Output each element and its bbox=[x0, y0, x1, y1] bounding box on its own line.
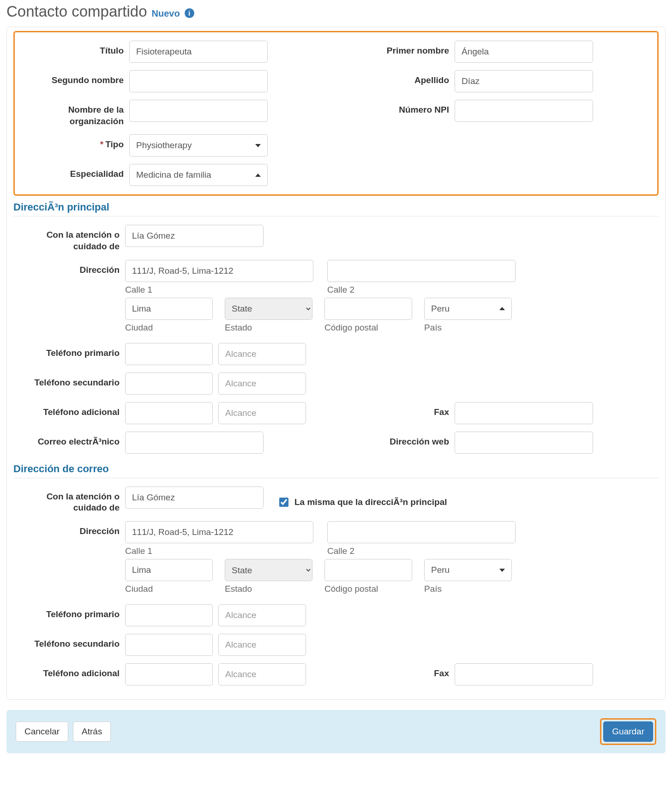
ciudad-input-p[interactable] bbox=[125, 298, 213, 320]
tel2-input-p[interactable] bbox=[125, 372, 213, 395]
alc2-input-c[interactable] bbox=[218, 634, 306, 656]
sublabel-cp-c: Código postal bbox=[324, 584, 412, 594]
alc3-input-c[interactable] bbox=[218, 663, 306, 685]
back-button[interactable]: Atrás bbox=[73, 721, 111, 742]
sublabel-calle2-c: Calle 2 bbox=[327, 546, 516, 556]
sublabel-ciudad-p: Ciudad bbox=[125, 323, 213, 333]
sublabel-calle1-p: Calle 1 bbox=[125, 285, 313, 295]
form-panel: Título Primer nombre Segundo nombre Apel… bbox=[6, 27, 666, 700]
segundo-nombre-input[interactable] bbox=[129, 70, 268, 92]
chevron-down-icon bbox=[499, 569, 505, 572]
care-of-input-c[interactable] bbox=[125, 487, 264, 509]
especialidad-dropdown[interactable]: Medicina de familia bbox=[129, 164, 268, 186]
alc1-input-p[interactable] bbox=[218, 343, 306, 365]
sublabel-estado-c: Estado bbox=[225, 584, 312, 594]
label-email-p: Correo electrÃ³nico bbox=[13, 432, 120, 448]
estado-select-c[interactable]: State bbox=[225, 559, 312, 581]
sublabel-cp-p: Código postal bbox=[324, 323, 412, 333]
required-mark: * bbox=[100, 139, 103, 149]
tipo-dropdown[interactable]: Physiotherapy bbox=[129, 134, 268, 156]
save-button[interactable]: Guardar bbox=[603, 721, 653, 742]
chevron-down-icon bbox=[255, 144, 261, 147]
care-of-input-p[interactable] bbox=[125, 225, 264, 247]
tel1-input-p[interactable] bbox=[125, 343, 213, 365]
email-input-p[interactable] bbox=[125, 432, 264, 454]
calle2-input-c[interactable] bbox=[327, 521, 516, 543]
label-care-of-p: Con la atención o cuidado de bbox=[13, 225, 120, 252]
save-button-highlight: Guardar bbox=[600, 718, 656, 745]
section-direccion-correo: Dirección de correo bbox=[13, 461, 659, 478]
label-titulo: Título bbox=[18, 41, 124, 57]
label-fax-p: Fax bbox=[343, 402, 449, 418]
apellido-input[interactable] bbox=[455, 70, 593, 92]
fax-input-c[interactable] bbox=[455, 663, 593, 685]
label-apellido: Apellido bbox=[343, 70, 449, 86]
ciudad-input-c[interactable] bbox=[125, 559, 213, 581]
web-input-p[interactable] bbox=[455, 432, 593, 454]
label-direccion-p: Dirección bbox=[13, 260, 120, 276]
label-segundo-nombre: Segundo nombre bbox=[18, 70, 124, 86]
sublabel-ciudad-c: Ciudad bbox=[125, 584, 213, 594]
cp-input-c[interactable] bbox=[324, 559, 412, 581]
estado-select-p[interactable]: State bbox=[225, 298, 312, 320]
info-icon[interactable]: i bbox=[185, 8, 194, 18]
alc1-input-c[interactable] bbox=[218, 604, 306, 626]
label-tel1-c: Teléfono primario bbox=[13, 604, 120, 620]
tel2-input-c[interactable] bbox=[125, 634, 213, 656]
calle1-input-c[interactable] bbox=[125, 521, 313, 543]
calle2-input-p[interactable] bbox=[327, 260, 516, 282]
sublabel-estado-p: Estado bbox=[225, 323, 312, 333]
identity-section: Título Primer nombre Segundo nombre Apel… bbox=[13, 31, 659, 196]
sublabel-pais-c: País bbox=[424, 584, 512, 594]
label-tipo: *Tipo bbox=[18, 134, 124, 150]
label-web-p: Dirección web bbox=[343, 432, 449, 448]
page-header: Contacto compartido Nuevo i bbox=[6, 0, 666, 27]
alc2-input-p[interactable] bbox=[218, 372, 306, 395]
tel3-input-p[interactable] bbox=[125, 402, 213, 424]
same-as-primary-label: La misma que la direcciÃ³n principal bbox=[294, 497, 447, 507]
label-direccion-c: Dirección bbox=[13, 521, 120, 537]
label-tel2-p: Teléfono secundario bbox=[13, 372, 120, 389]
titulo-input[interactable] bbox=[129, 41, 268, 63]
same-as-primary-checkbox[interactable] bbox=[279, 498, 288, 507]
tel1-input-c[interactable] bbox=[125, 604, 213, 626]
calle1-input-p[interactable] bbox=[125, 260, 313, 282]
sublabel-calle2-p: Calle 2 bbox=[327, 285, 516, 295]
page-title: Contacto compartido bbox=[6, 3, 147, 20]
footer-bar: Cancelar Atrás Guardar bbox=[6, 710, 666, 753]
cancel-button[interactable]: Cancelar bbox=[16, 721, 68, 742]
label-tel3-c: Teléfono adicional bbox=[13, 663, 120, 679]
label-tel2-c: Teléfono secundario bbox=[13, 634, 120, 650]
primer-nombre-input[interactable] bbox=[455, 41, 593, 63]
alc3-input-p[interactable] bbox=[218, 402, 306, 424]
label-npi: Número NPI bbox=[343, 100, 449, 116]
label-primer-nombre: Primer nombre bbox=[343, 41, 449, 57]
label-tel1-p: Teléfono primario bbox=[13, 343, 120, 359]
label-care-of-c: Con la atención o cuidado de bbox=[13, 487, 120, 514]
label-fax-c: Fax bbox=[343, 663, 449, 679]
chevron-up-icon bbox=[499, 307, 505, 310]
label-especialidad: Especialidad bbox=[18, 164, 124, 180]
cp-input-p[interactable] bbox=[324, 298, 412, 320]
sublabel-pais-p: País bbox=[424, 323, 512, 333]
pais-dropdown-p[interactable]: Peru bbox=[424, 298, 512, 320]
sublabel-calle1-c: Calle 1 bbox=[125, 546, 313, 556]
pais-dropdown-c[interactable]: Peru bbox=[424, 559, 512, 581]
org-input[interactable] bbox=[129, 100, 268, 122]
page-subtitle: Nuevo bbox=[152, 8, 180, 19]
label-tel3-p: Teléfono adicional bbox=[13, 402, 120, 418]
chevron-up-icon bbox=[255, 174, 261, 177]
section-direccion-principal: DirecciÃ³n principal bbox=[13, 199, 659, 216]
fax-input-p[interactable] bbox=[455, 402, 593, 424]
npi-input[interactable] bbox=[455, 100, 593, 122]
label-org: Nombre de la organización bbox=[18, 100, 124, 127]
tel3-input-c[interactable] bbox=[125, 663, 213, 685]
